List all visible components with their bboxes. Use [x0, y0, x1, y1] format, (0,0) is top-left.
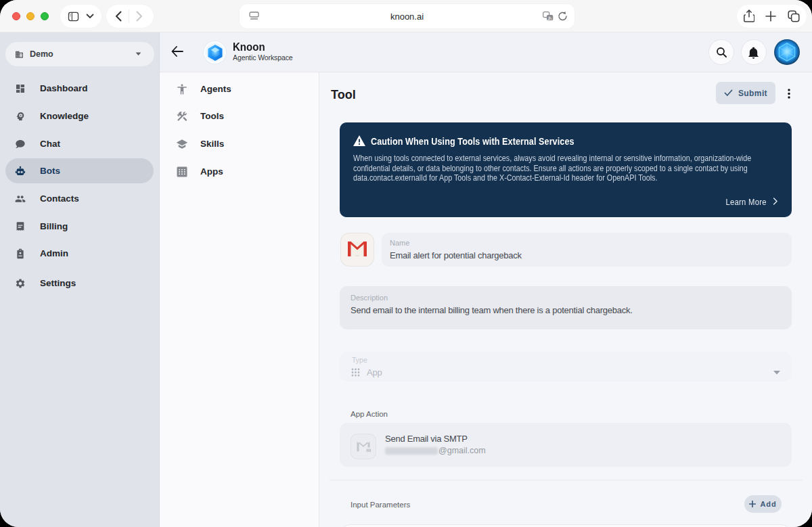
svg-text:あ: あ	[547, 16, 552, 21]
